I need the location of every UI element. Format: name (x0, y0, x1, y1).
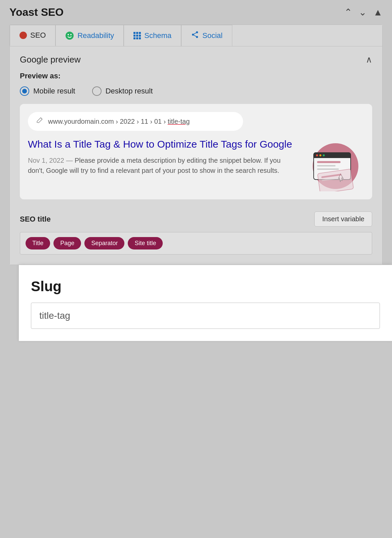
url-text: www.yourdomain.com › 2022 › 11 › 01 › ti… (48, 118, 190, 125)
url-slug: title-tag (168, 118, 190, 125)
tab-seo-label: SEO (30, 31, 46, 40)
google-preview-card: www.yourdomain.com › 2022 › 11 › 01 › ti… (20, 104, 372, 199)
article-container: What Is a Title Tag & How to Optimize Ti… (28, 138, 364, 191)
seo-dot-icon (19, 32, 27, 39)
url-domain: www.yourdomain.com (48, 118, 114, 125)
slug-card: Slug (19, 265, 392, 341)
tab-readability[interactable]: Readability (55, 25, 124, 46)
slug-input[interactable] (39, 310, 371, 321)
svg-rect-15 (317, 161, 341, 163)
main-panel: SEO Readability (9, 25, 383, 265)
seo-title-row: SEO title Insert variable (20, 212, 372, 227)
chips-row: Title Page Separator Site title (20, 232, 372, 255)
content-area: Google preview ∧ Preview as: Mobile resu… (10, 46, 382, 265)
article-date: Nov 1, 2022 (28, 157, 64, 164)
article-title[interactable]: What Is a Title Tag & How to Optimize Ti… (28, 138, 297, 151)
svg-line-7 (194, 33, 196, 34)
seo-title-label: SEO title (20, 215, 51, 224)
chip-site-title[interactable]: Site title (128, 237, 163, 249)
slug-input-wrapper (31, 303, 380, 329)
svg-point-12 (316, 154, 318, 156)
mobile-result-option[interactable]: Mobile result (20, 86, 75, 96)
url-bar[interactable]: www.yourdomain.com › 2022 › 11 › 01 › ti… (28, 112, 243, 131)
preview-as-label: Preview as: (20, 72, 372, 80)
article-text: What Is a Title Tag & How to Optimize Ti… (28, 138, 297, 176)
svg-point-5 (196, 36, 198, 38)
svg-rect-17 (317, 168, 339, 170)
chip-page[interactable]: Page (53, 237, 81, 249)
url-path: › 2022 › 11 › 01 › (114, 118, 168, 125)
pencil-icon (36, 117, 43, 126)
collapse-icon[interactable]: ∧ (366, 54, 372, 65)
svg-point-0 (66, 32, 74, 40)
svg-point-2 (70, 34, 72, 35)
svg-point-3 (196, 31, 198, 33)
svg-point-13 (319, 154, 321, 156)
tabs-row: SEO Readability (10, 25, 382, 46)
tab-social-label: Social (202, 31, 223, 40)
article-separator: — (64, 157, 75, 164)
mobile-result-label: Mobile result (33, 87, 75, 95)
tab-schema-label: Schema (144, 31, 171, 40)
svg-point-14 (323, 154, 325, 156)
preview-radio-group: Mobile result Desktop result (20, 86, 372, 96)
article-thumbnail (304, 138, 364, 191)
desktop-result-option[interactable]: Desktop result (92, 86, 153, 96)
tab-social[interactable]: Social (181, 25, 232, 46)
chip-title[interactable]: Title (26, 237, 50, 249)
svg-point-1 (68, 34, 69, 35)
readability-smiley-icon (65, 31, 74, 40)
chevron-down-icon[interactable]: ⌄ (359, 8, 366, 17)
article-meta: Nov 1, 2022 — Please provide a meta desc… (28, 155, 297, 176)
desktop-radio-button[interactable] (92, 86, 102, 96)
slug-title: Slug (31, 278, 380, 295)
svg-line-6 (194, 35, 196, 37)
tab-seo[interactable]: SEO (10, 25, 55, 46)
header-bar: Yoast SEO ⌃ ⌄ ▲ (0, 0, 392, 25)
mobile-radio-button[interactable] (20, 86, 29, 96)
schema-grid-icon (133, 32, 141, 39)
google-preview-title: Google preview (20, 54, 81, 65)
chip-separator[interactable]: Separator (84, 237, 124, 249)
header-controls: ⌃ ⌄ ▲ (344, 8, 383, 17)
triangle-up-icon[interactable]: ▲ (373, 8, 383, 17)
chevron-up-icon[interactable]: ⌃ (344, 8, 352, 17)
insert-variable-button[interactable]: Insert variable (314, 212, 372, 227)
svg-rect-16 (317, 165, 336, 166)
svg-rect-11 (314, 155, 351, 158)
tab-readability-label: Readability (77, 31, 114, 40)
svg-point-4 (192, 34, 194, 36)
desktop-result-label: Desktop result (106, 87, 153, 95)
tab-schema[interactable]: Schema (124, 25, 181, 46)
app-title: Yoast SEO (9, 6, 64, 18)
google-preview-header: Google preview ∧ (20, 46, 372, 72)
social-share-icon (191, 31, 199, 41)
